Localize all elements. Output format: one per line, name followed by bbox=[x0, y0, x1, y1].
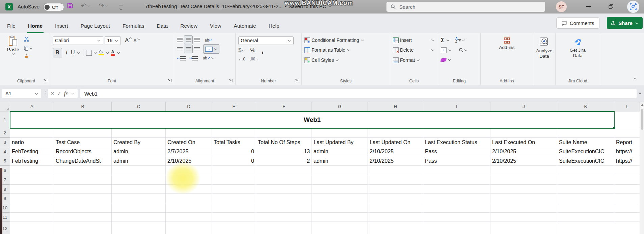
cell-F6[interactable] bbox=[256, 166, 312, 175]
cell-I6[interactable] bbox=[423, 166, 490, 175]
cell-G2[interactable] bbox=[312, 128, 368, 138]
cell-G11[interactable] bbox=[312, 213, 368, 222]
cell-C10[interactable] bbox=[112, 203, 166, 213]
cell-L9[interactable] bbox=[614, 194, 640, 203]
cell-H7[interactable] bbox=[368, 175, 423, 185]
cell-L12[interactable] bbox=[614, 222, 640, 234]
align-left-button[interactable] bbox=[177, 47, 183, 51]
scrollbar-thumb[interactable] bbox=[641, 109, 643, 130]
cell-J5[interactable]: 2/10/2025 bbox=[490, 156, 557, 166]
cell-A5[interactable]: FebTesting bbox=[10, 156, 54, 166]
cell-D12[interactable] bbox=[166, 222, 212, 234]
excel-app-icon[interactable]: X bbox=[5, 3, 13, 10]
column-header-J[interactable]: J bbox=[490, 102, 557, 111]
cell-K9[interactable] bbox=[557, 194, 614, 203]
align-center-button[interactable] bbox=[184, 45, 193, 53]
cell-I10[interactable] bbox=[423, 203, 490, 213]
scroll-up-icon[interactable] bbox=[641, 104, 644, 106]
cell-D11[interactable] bbox=[166, 213, 212, 222]
cell-A8[interactable] bbox=[10, 185, 54, 194]
cell-K5[interactable]: SuiteExecutionCIC bbox=[557, 156, 614, 166]
format-painter-button[interactable] bbox=[24, 53, 33, 60]
cell-J6[interactable] bbox=[490, 166, 557, 175]
cell-L4[interactable]: https:// bbox=[614, 147, 640, 156]
percent-button[interactable]: % bbox=[250, 47, 255, 54]
cell-F2[interactable] bbox=[256, 128, 312, 138]
cell-E9[interactable] bbox=[212, 194, 256, 203]
column-header-G[interactable]: G bbox=[312, 102, 368, 111]
expand-formula-bar-button[interactable] bbox=[639, 92, 641, 94]
cell-G12[interactable] bbox=[312, 222, 368, 234]
cell-F12[interactable] bbox=[256, 222, 312, 234]
cell-A7[interactable] bbox=[10, 175, 54, 185]
cell-I7[interactable] bbox=[423, 175, 490, 185]
column-header-C[interactable]: C bbox=[112, 102, 166, 111]
cell-E4[interactable]: 0 bbox=[212, 147, 256, 156]
increase-indent-button[interactable]: → bbox=[189, 56, 198, 60]
cell-K7[interactable] bbox=[557, 175, 614, 185]
redo-button[interactable]: ↷ bbox=[99, 2, 108, 10]
align-bottom-button[interactable] bbox=[194, 38, 200, 42]
wrap-text-button[interactable]: ab ↵ bbox=[205, 37, 213, 43]
cell-E5[interactable]: 0 bbox=[212, 156, 256, 166]
tab-formulas[interactable]: Formulas bbox=[122, 20, 145, 33]
align-middle-button[interactable] bbox=[184, 35, 193, 44]
cell-I9[interactable] bbox=[423, 194, 490, 203]
cell-K8[interactable] bbox=[557, 185, 614, 194]
share-button[interactable]: Share bbox=[607, 17, 643, 29]
cell-L3[interactable]: Report bbox=[614, 138, 640, 147]
decrease-decimal-button[interactable]: .00→ bbox=[250, 57, 259, 61]
cell-A9[interactable] bbox=[10, 194, 54, 203]
insert-cells-button[interactable]: Insert bbox=[390, 35, 435, 45]
cell-G4[interactable]: admin bbox=[312, 147, 368, 156]
cell-I3[interactable]: Last Execution Status bbox=[423, 138, 490, 147]
cell-J4[interactable]: 2/10/2025 bbox=[490, 147, 557, 156]
quick-access-toolbar-button[interactable] bbox=[119, 5, 123, 12]
font-size-select[interactable]: 16 bbox=[105, 36, 121, 45]
cell-J9[interactable] bbox=[490, 194, 557, 203]
tab-review[interactable]: Review bbox=[179, 20, 198, 33]
cell-L8[interactable] bbox=[614, 185, 640, 194]
cell-C4[interactable]: admin bbox=[112, 147, 166, 156]
cancel-button[interactable]: × bbox=[51, 90, 54, 97]
row-header-1[interactable]: 1 bbox=[0, 111, 10, 128]
chevron-down-icon[interactable] bbox=[117, 51, 119, 53]
cell-E7[interactable] bbox=[212, 175, 256, 185]
column-header-H[interactable]: H bbox=[368, 102, 423, 111]
tab-help[interactable]: Help bbox=[268, 20, 280, 33]
column-header-A[interactable]: A bbox=[10, 102, 54, 111]
chevron-down-icon[interactable] bbox=[87, 4, 90, 6]
insert-function-button[interactable]: fx bbox=[64, 90, 68, 97]
row-header-3[interactable]: 3 bbox=[0, 138, 10, 147]
row-header-4[interactable]: 4 bbox=[0, 147, 10, 156]
bold-button[interactable]: B bbox=[53, 48, 62, 57]
cell-L10[interactable] bbox=[614, 203, 640, 213]
cell-L7[interactable] bbox=[614, 175, 640, 185]
cell-A2[interactable] bbox=[10, 128, 54, 138]
cut-button[interactable] bbox=[24, 36, 33, 43]
get-jira-data-button[interactable]: Get Jira Data bbox=[566, 37, 590, 58]
format-as-table-button[interactable]: Format as Table bbox=[302, 45, 390, 55]
cell-I5[interactable]: Pass bbox=[423, 156, 490, 166]
cell-K12[interactable] bbox=[557, 222, 614, 234]
cell-F9[interactable] bbox=[256, 194, 312, 203]
restore-button[interactable] bbox=[608, 4, 614, 10]
cell-J12[interactable] bbox=[490, 222, 557, 234]
cell-J11[interactable] bbox=[490, 213, 557, 222]
copy-button[interactable] bbox=[24, 46, 33, 51]
cell-E10[interactable] bbox=[212, 203, 256, 213]
cell-K10[interactable] bbox=[557, 203, 614, 213]
cell-G8[interactable] bbox=[312, 185, 368, 194]
cell-C6[interactable] bbox=[112, 166, 166, 175]
cell-L1[interactable] bbox=[614, 111, 640, 128]
cell-H5[interactable]: 2/10/2025 bbox=[368, 156, 423, 166]
cell-F5[interactable]: 2 bbox=[256, 156, 312, 166]
cell-C8[interactable] bbox=[112, 185, 166, 194]
cell-B6[interactable] bbox=[54, 166, 112, 175]
tab-automate[interactable]: Automate bbox=[233, 20, 257, 33]
cell-H3[interactable]: Last Updated On bbox=[368, 138, 423, 147]
autosave-toggle[interactable]: Off bbox=[43, 3, 64, 11]
cell-D10[interactable] bbox=[166, 203, 212, 213]
cell-J3[interactable]: Last Executed On bbox=[490, 138, 557, 147]
cell-D9[interactable] bbox=[166, 194, 212, 203]
